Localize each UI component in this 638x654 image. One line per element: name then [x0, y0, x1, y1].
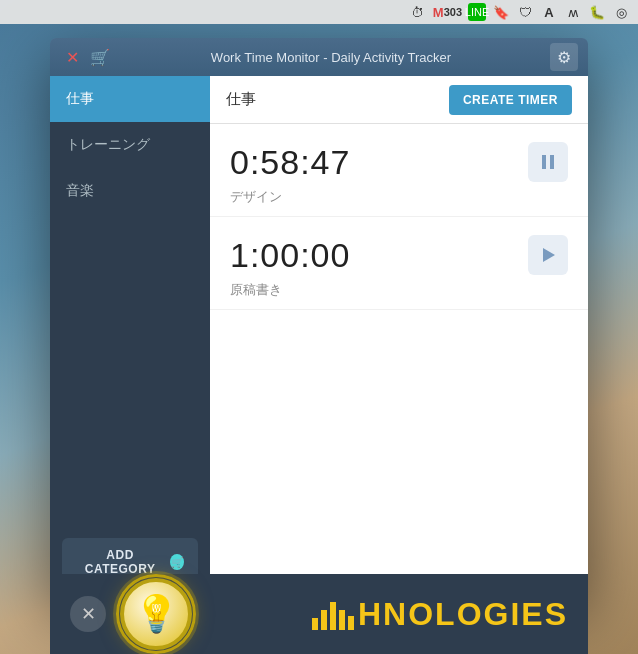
logo-bars	[312, 602, 354, 630]
timer-entry-2: 1:00:00 原稿書き	[210, 217, 588, 310]
bar-3	[330, 602, 336, 630]
svg-rect-1	[550, 155, 554, 169]
sidebar-spacer	[50, 214, 210, 526]
timer-icon: ⏱	[409, 3, 427, 21]
app-window: ✕ 🛒 Work Time Monitor - Daily Activity T…	[50, 38, 588, 598]
cart-icon: 🛒	[88, 45, 112, 69]
svg-rect-0	[542, 155, 546, 169]
bar-1	[312, 618, 318, 630]
svg-marker-2	[543, 248, 555, 262]
right-panel: 仕事 CREATE TIMER 0:58:47 デザ	[210, 76, 588, 598]
close-button[interactable]: ✕	[60, 45, 84, 69]
bug-icon: 🐛	[588, 3, 606, 21]
alpha-icon: A	[540, 3, 558, 21]
bar-5	[348, 616, 354, 630]
bar-4	[339, 610, 345, 630]
sidebar-item-training[interactable]: トレーニング	[50, 122, 210, 168]
play-button-2[interactable]	[528, 235, 568, 275]
panel-title: 仕事	[226, 90, 449, 109]
bottom-close-button[interactable]: ✕	[70, 596, 106, 632]
sidebar: 仕事 トレーニング 音楽 ADD CATEGORY 🛒	[50, 76, 210, 598]
timer-time-1: 0:58:47	[230, 143, 350, 182]
timer-entry-1: 0:58:47 デザイン	[210, 124, 588, 217]
title-bar: ✕ 🛒 Work Time Monitor - Daily Activity T…	[50, 38, 588, 76]
play-icon	[539, 246, 557, 264]
timer-label-1: デザイン	[230, 188, 568, 206]
timer-label-2: 原稿書き	[230, 281, 568, 299]
pause-icon	[539, 153, 557, 171]
app-title: Work Time Monitor - Daily Activity Track…	[112, 50, 550, 65]
timer-row-2: 1:00:00	[230, 235, 568, 275]
timer-row-1: 0:58:47	[230, 142, 568, 182]
create-timer-button[interactable]: CREATE TIMER	[449, 85, 572, 115]
shield-icon: 🛡	[516, 3, 534, 21]
gmail-icon: M303	[433, 5, 462, 20]
add-category-badge: 🛒	[170, 554, 184, 570]
bulb-button[interactable]: 💡	[120, 578, 192, 650]
sidebar-item-work[interactable]: 仕事	[50, 76, 210, 122]
bottom-bar: ✕ 💡 HNOLOGIES	[50, 574, 588, 654]
settings-button[interactable]: ⚙	[550, 43, 578, 71]
menubar: ⏱ M303 LINE 🔖 🛡 A ʍ 🐛 ◎	[0, 0, 638, 24]
sidebar-item-music[interactable]: 音楽	[50, 168, 210, 214]
bulb-ring: 💡	[116, 574, 196, 654]
bulb-icon: 💡	[134, 593, 179, 635]
circle-icon: ◎	[612, 3, 630, 21]
bookmark-icon: 🔖	[492, 3, 510, 21]
pause-button-1[interactable]	[528, 142, 568, 182]
waypoint-icon: ʍ	[564, 3, 582, 21]
timer-list: 0:58:47 デザイン 1:00:00	[210, 124, 588, 598]
bar-2	[321, 610, 327, 630]
main-content: 仕事 トレーニング 音楽 ADD CATEGORY 🛒 仕事 CREATE TI…	[50, 76, 588, 598]
menubar-icons: ⏱ M303 LINE 🔖 🛡 A ʍ 🐛 ◎	[409, 0, 630, 24]
bottom-logo: HNOLOGIES	[211, 596, 568, 633]
timer-time-2: 1:00:00	[230, 236, 350, 275]
line-icon: LINE	[468, 3, 486, 21]
panel-header: 仕事 CREATE TIMER	[210, 76, 588, 124]
